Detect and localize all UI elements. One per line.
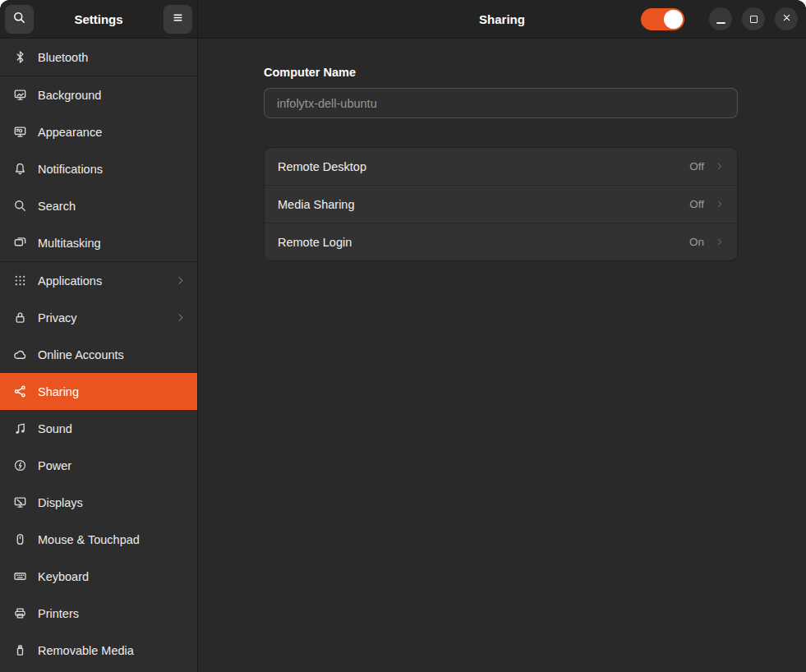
chevron-right-icon <box>716 198 724 210</box>
chevron-right-icon <box>716 236 724 248</box>
sharing-icon <box>13 384 27 398</box>
sharing-panel: Computer Name infolytx-dell-ubuntu Remot… <box>198 39 806 672</box>
sidebar-item-appearance[interactable]: Appearance <box>0 113 197 150</box>
sidebar-item-applications[interactable]: Applications <box>0 262 197 299</box>
multitasking-icon <box>13 236 27 250</box>
sidebar-item-label: Removable Media <box>38 644 134 657</box>
sidebar-item-privacy[interactable]: Privacy <box>0 299 197 336</box>
sidebar-item-multitasking[interactable]: Multitasking <box>0 224 197 261</box>
mouse-icon <box>13 532 27 546</box>
sidebar-item-label: Privacy <box>38 311 77 324</box>
sidebar-item-label: Printers <box>38 607 79 620</box>
sidebar-item-displays[interactable]: Displays <box>0 484 197 521</box>
sidebar-item-mouse-touchpad[interactable]: Mouse & Touchpad <box>0 521 197 558</box>
sidebar-item-label: Applications <box>38 274 102 288</box>
page-title: Sharing <box>479 12 525 26</box>
sidebar-item-background[interactable]: Background <box>0 76 197 113</box>
sharing-options-card: Remote DesktopOffMedia SharingOffRemote … <box>264 147 738 261</box>
app-body: BluetoothBackgroundAppearanceNotificatio… <box>0 39 806 672</box>
chevron-right-icon <box>177 275 186 286</box>
sidebar-item-label: Keyboard <box>38 570 89 583</box>
sidebar-item-printers[interactable]: Printers <box>0 595 197 632</box>
status-value: Off <box>689 198 704 210</box>
row-label: Remote Desktop <box>278 160 366 173</box>
background-icon <box>13 88 27 102</box>
sound-icon <box>13 421 27 435</box>
row-media-sharing[interactable]: Media SharingOff <box>265 185 737 223</box>
hamburger-menu-icon <box>171 11 185 27</box>
chevron-right-icon <box>177 312 186 323</box>
sidebar-item-sharing[interactable]: Sharing <box>0 373 197 410</box>
sidebar-item-removable-media[interactable]: Removable Media <box>0 632 197 669</box>
notifications-icon <box>13 162 27 176</box>
row-status: Off <box>689 160 724 173</box>
sidebar-item-label: Mouse & Touchpad <box>38 533 140 546</box>
maximize-button[interactable] <box>742 7 765 30</box>
sidebar-item-label: Notifications <box>38 163 103 176</box>
sidebar-item-label: Search <box>38 200 76 213</box>
computer-name-label: Computer Name <box>264 66 738 79</box>
removable-media-icon <box>13 643 27 657</box>
sidebar-item-search[interactable]: Search <box>0 187 197 224</box>
toggle-knob <box>664 10 683 29</box>
privacy-icon <box>13 311 27 324</box>
sidebar-headerbar: Settings <box>0 0 198 38</box>
applications-icon <box>13 274 27 288</box>
headerbar-controls <box>641 0 798 38</box>
row-status: On <box>689 236 724 248</box>
status-value: Off <box>689 160 704 173</box>
sidebar-item-label: Displays <box>38 496 83 509</box>
sidebar-item-notifications[interactable]: Notifications <box>0 150 197 187</box>
close-button[interactable] <box>775 7 798 30</box>
primary-menu-button[interactable] <box>164 5 192 34</box>
search-icon <box>12 11 26 27</box>
bluetooth-icon <box>13 50 27 64</box>
sidebar-item-label: Multitasking <box>38 237 101 250</box>
sidebar-item-label: Sound <box>38 422 72 435</box>
status-value: On <box>689 236 704 248</box>
sidebar-item-label: Power <box>38 459 71 472</box>
computer-name-field[interactable]: infolytx-dell-ubuntu <box>264 88 738 118</box>
sidebar-item-power[interactable]: Power <box>0 447 197 484</box>
chevron-right-icon <box>716 160 724 173</box>
printers-icon <box>13 606 27 620</box>
sharing-master-toggle[interactable] <box>641 8 684 30</box>
sidebar-item-online-accounts[interactable]: Online Accounts <box>0 336 197 373</box>
sidebar-item-sound[interactable]: Sound <box>0 410 197 447</box>
computer-name-value: infolytx-dell-ubuntu <box>277 97 377 110</box>
maximize-icon <box>750 16 758 23</box>
online-accounts-icon <box>13 348 27 361</box>
sidebar-item-label: Background <box>38 89 101 102</box>
settings-window: Settings Sharing BluetoothBack <box>0 0 806 672</box>
row-label: Remote Login <box>278 236 352 249</box>
keyboard-icon <box>13 569 27 583</box>
search-button[interactable] <box>5 5 34 34</box>
close-icon <box>781 12 792 25</box>
appearance-icon <box>13 125 27 139</box>
search-icon <box>13 199 27 213</box>
row-remote-login[interactable]: Remote LoginOn <box>265 223 737 260</box>
row-label: Media Sharing <box>278 198 355 211</box>
app-title: Settings <box>74 12 122 26</box>
sidebar-item-label: Bluetooth <box>38 51 88 64</box>
headerbar: Settings Sharing <box>0 0 806 39</box>
row-remote-desktop[interactable]: Remote DesktopOff <box>265 148 737 185</box>
sidebar-item-label: Online Accounts <box>38 348 124 361</box>
power-icon <box>13 458 27 472</box>
sidebar-item-keyboard[interactable]: Keyboard <box>0 558 197 595</box>
sidebar-item-label: Appearance <box>38 126 102 139</box>
sidebar-item-label: Sharing <box>38 385 79 398</box>
sidebar-item-bluetooth[interactable]: Bluetooth <box>0 39 197 76</box>
displays-icon <box>13 495 27 509</box>
main-headerbar: Sharing <box>198 0 806 38</box>
minimize-icon <box>716 22 725 24</box>
minimize-button[interactable] <box>709 7 732 30</box>
sidebar: BluetoothBackgroundAppearanceNotificatio… <box>0 39 198 672</box>
row-status: Off <box>689 198 724 210</box>
